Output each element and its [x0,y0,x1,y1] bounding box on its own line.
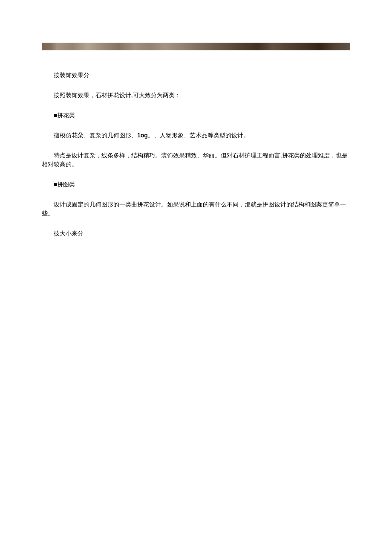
category-title-pintu: ■拼图类 [42,180,350,189]
pinhua-feature: 特点是设计复杂，线条多样，结构精巧。装饰效果精致、华丽。但对石材护理工程而言,拼… [42,151,350,169]
section-heading-decoration-effect: 按装饰效果分 [42,71,350,80]
document-page: 按装饰效果分 按照装饰效果，石材拼花设计,可大致分为两类： ■拼花类 指模仿花朵… [0,0,392,275]
category-title-pinhua: ■拼花类 [42,111,350,120]
text-run: 特点是设计复杂，线条多样，结构精巧。装饰效果精致、华丽。但对石材护理工程而言,拼… [42,151,350,169]
pinhua-description: 指模仿花朵、复杂的几何图形、1og。、人物形象、艺术品等类型的设计。 [42,131,350,140]
decorative-banner-image [42,43,350,50]
text-run: 指模仿花朵、复杂的几何图形、 [54,132,137,139]
text-run: 。、人物形象、艺术品等类型的设计。 [148,132,249,139]
pintu-description: 设计成固定的几何图形的一类曲拼花设计。如果说和上面的有什么不同，那就是拼图设计的… [42,200,350,218]
text-run-latin: 1og [137,132,148,139]
text-run: 设计成固定的几何图形的一类曲拼花设计。如果说和上面的有什么不同，那就是拼图设计的… [42,200,350,218]
section-heading-by-size: 技大小来分 [42,229,350,238]
intro-paragraph: 按照装饰效果，石材拼花设计,可大致分为两类： [42,91,350,100]
